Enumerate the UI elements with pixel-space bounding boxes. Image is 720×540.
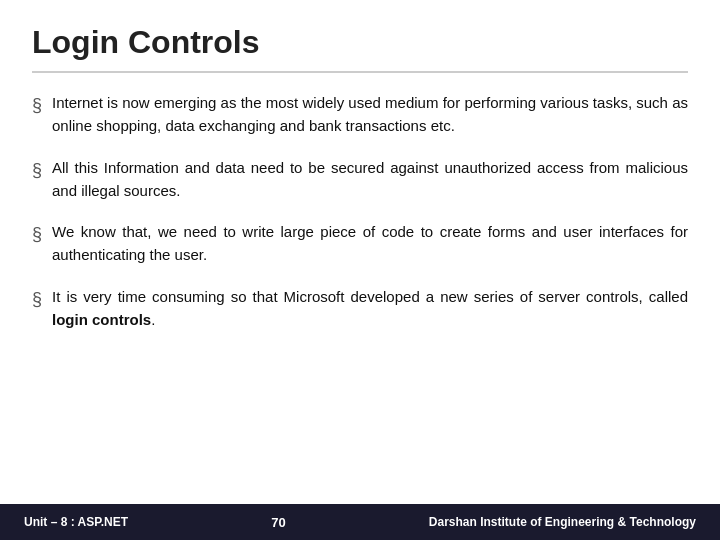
bold-login-controls: login controls [52, 311, 151, 328]
slide-title: Login Controls [32, 24, 688, 61]
bullet-item-1: § Internet is now emerging as the most w… [32, 91, 688, 138]
bullet-symbol-3: § [32, 221, 42, 249]
footer-page-number: 70 [271, 515, 285, 530]
footer-right: Darshan Institute of Engineering & Techn… [429, 515, 696, 529]
bullet-text-3: We know that, we need to write large pie… [52, 220, 688, 267]
bullet-symbol-1: § [32, 92, 42, 120]
bullet-text-2: All this Information and data need to be… [52, 156, 688, 203]
bullet-item-3: § We know that, we need to write large p… [32, 220, 688, 267]
title-divider [32, 71, 688, 73]
slide: Login Controls § Internet is now emergin… [0, 0, 720, 540]
main-content: Login Controls § Internet is now emergin… [0, 0, 720, 504]
footer: Unit – 8 : ASP.NET 70 Darshan Institute … [0, 504, 720, 540]
footer-left: Unit – 8 : ASP.NET [24, 515, 128, 529]
bullet-item-2: § All this Information and data need to … [32, 156, 688, 203]
bullet-text-4: It is very time consuming so that Micros… [52, 285, 688, 332]
bullet-text-1: Internet is now emerging as the most wid… [52, 91, 688, 138]
bullet-list: § Internet is now emerging as the most w… [32, 91, 688, 331]
bullet-symbol-4: § [32, 286, 42, 314]
bullet-item-4: § It is very time consuming so that Micr… [32, 285, 688, 332]
bullet-symbol-2: § [32, 157, 42, 185]
